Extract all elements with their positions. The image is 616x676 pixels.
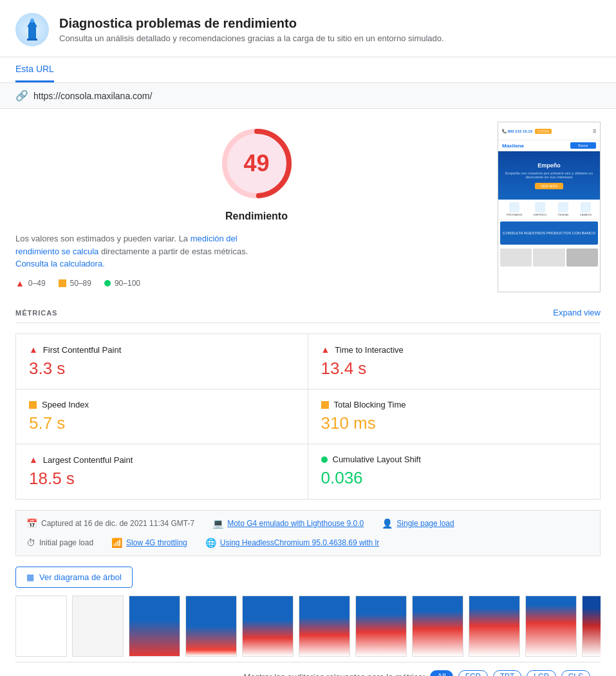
page-subtitle: Consulta un análisis detallado y recomen… <box>59 33 444 43</box>
metrics-header: MÉTRICAS Expand view <box>15 308 601 323</box>
fake-nav: 📞 800 215 15.15 COTIZA ☰ <box>498 122 600 140</box>
main-content: 49 Rendimiento Los valores son estimados… <box>0 109 616 676</box>
tree-icon: ▦ <box>26 572 34 582</box>
device-info: 💻 Moto G4 emulado with Lighthouse 9.0.0 <box>212 518 364 529</box>
thumbnail-1 <box>15 596 67 657</box>
thumbnail-5 <box>242 596 294 657</box>
circle-green-icon <box>104 280 111 286</box>
square-orange-icon-2 <box>29 401 37 409</box>
metric-tti: ▲ Time to Interactive 13.4 s <box>308 334 601 390</box>
metric-si-value: 5.7 s <box>29 413 295 433</box>
captured-info: 📅 Captured at 16 de dic. de 2021 11:34 G… <box>26 518 194 529</box>
triangle-red-icon: ▲ <box>29 344 38 355</box>
metric-lcp-header: ▲ Largest Contentful Paint <box>29 455 295 465</box>
triangle-red-icon: ▲ <box>15 278 24 288</box>
metric-fcp-value: 3.3 s <box>29 359 295 379</box>
throttling-link[interactable]: Slow 4G throttling <box>126 538 187 547</box>
throttling-info: 📶 Slow 4G throttling <box>111 538 187 548</box>
tree-diagram-button[interactable]: ▦ Ver diagrama de árbol <box>15 567 133 588</box>
triangle-red-icon-3: ▲ <box>29 455 38 465</box>
metric-fcp: ▲ First Contentful Paint 3.3 s <box>16 334 308 390</box>
score-value: 49 <box>243 150 269 177</box>
load-type-info: 👤 Single page load <box>382 518 454 529</box>
metric-tti-value: 13.4 s <box>321 359 588 379</box>
thumbnail-4 <box>185 596 237 657</box>
url-bar: 🔗 https://consola.maxilana.com/ <box>0 83 616 109</box>
thumbnail-7 <box>355 596 407 657</box>
svg-point-4 <box>30 19 34 23</box>
site-screenshot: 📞 800 215 15.15 COTIZA ☰ Maxilana Buscar… <box>498 122 601 292</box>
metric-fcp-header: ▲ First Contentful Paint <box>29 344 295 355</box>
tree-button-label: Ver diagrama de árbol <box>39 572 122 582</box>
metric-tbt-value: 310 ms <box>321 413 588 433</box>
metric-fcp-name: First Contentful Paint <box>43 345 121 355</box>
metric-tbt-name: Total Blocking Time <box>334 400 406 409</box>
device-link[interactable]: Moto G4 emulado with Lighthouse 9.0.0 <box>227 519 364 528</box>
square-orange-icon <box>59 279 66 287</box>
metric-cls-name: Cumulative Layout Shift <box>333 455 421 464</box>
filter-tbt-button[interactable]: TBT <box>493 670 522 676</box>
filter-lcp-button[interactable]: LCP <box>527 670 555 676</box>
info-bar: 📅 Captured at 16 de dic. de 2021 11:34 G… <box>15 510 601 556</box>
load-type-link[interactable]: Single page load <box>397 519 454 528</box>
thumbnail-3 <box>129 596 180 657</box>
browser-info: 🌐 Using HeadlessChromium 95.0.4638.69 wi… <box>205 538 379 548</box>
url-value: https://consola.maxilana.com/ <box>33 91 152 101</box>
thumbnail-6 <box>299 596 350 657</box>
page-header: Diagnostica problemas de rendimiento Con… <box>0 0 616 57</box>
metric-si: Speed Index 5.7 s <box>16 390 308 444</box>
calculator-link[interactable]: Consulta la calculadora. <box>15 259 105 268</box>
metric-si-header: Speed Index <box>29 400 295 409</box>
metric-tti-header: ▲ Time to Interactive <box>321 344 588 355</box>
metric-cls: Cumulative Layout Shift 0.036 <box>308 444 601 499</box>
initial-load-text: Initial page load <box>39 538 93 547</box>
metric-tbt: Total Blocking Time 310 ms <box>308 390 601 444</box>
score-label: Rendimiento <box>225 211 288 222</box>
score-legend: ▲ 0–49 50–89 90–100 <box>15 278 498 288</box>
performance-gauge: 49 <box>215 122 299 205</box>
header-text: Diagnostica problemas de rendimiento Con… <box>59 16 444 43</box>
thumbnail-8 <box>412 596 463 657</box>
page-title: Diagnostica problemas de rendimiento <box>59 16 444 31</box>
browser-link[interactable]: Using HeadlessChromium 95.0.4638.69 with… <box>220 538 379 547</box>
captured-text: Captured at 16 de dic. de 2021 11:34 GMT… <box>41 519 194 528</box>
metric-lcp-value: 18.5 s <box>29 469 295 489</box>
metrics-section: MÉTRICAS Expand view ▲ First Contentful … <box>15 308 601 500</box>
wifi-icon: 📶 <box>111 538 122 548</box>
filter-cls-button[interactable]: CLS <box>561 670 590 676</box>
timer-icon: ⏱ <box>26 538 35 548</box>
svg-rect-2 <box>28 26 36 40</box>
square-orange-icon-3 <box>321 401 329 409</box>
filter-fcp-button[interactable]: FCP <box>458 670 488 676</box>
metric-lcp: ▲ Largest Contentful Paint 18.5 s <box>16 444 308 499</box>
tab-esta-url[interactable]: Esta URL <box>15 57 54 82</box>
gauge-container: 49 Rendimiento <box>15 122 498 222</box>
metric-cls-value: 0.036 <box>321 468 588 488</box>
score-section: 49 Rendimiento Los valores son estimados… <box>15 122 601 292</box>
expand-view-button[interactable]: Expand view <box>553 308 601 317</box>
thumbnail-10 <box>525 596 577 657</box>
metrics-grid: ▲ First Contentful Paint 3.3 s ▲ Time to… <box>15 333 601 500</box>
metric-si-name: Speed Index <box>42 400 89 409</box>
filter-all-button[interactable]: All <box>430 670 453 676</box>
score-left: 49 Rendimiento Los valores son estimados… <box>15 122 498 288</box>
thumbnail-9 <box>469 596 520 657</box>
metrics-title: MÉTRICAS <box>15 309 57 317</box>
person-icon: 👤 <box>382 518 393 529</box>
legend-red: ▲ 0–49 <box>15 278 46 288</box>
audit-filter: Mostrar las auditorías relevantes para l… <box>15 662 601 676</box>
triangle-red-icon-2: ▲ <box>321 344 330 355</box>
score-description: Los valores son estimados y pueden varia… <box>15 232 260 270</box>
info-row-1: 📅 Captured at 16 de dic. de 2021 11:34 G… <box>26 518 590 529</box>
device-icon: 💻 <box>212 518 223 529</box>
metric-tbt-header: Total Blocking Time <box>321 400 588 409</box>
metric-tti-name: Time to Interactive <box>335 345 403 355</box>
svg-rect-3 <box>27 39 37 41</box>
thumbnail-2 <box>72 596 124 657</box>
initial-load-info: ⏱ Initial page load <box>26 538 93 548</box>
browser-icon: 🌐 <box>205 538 216 548</box>
info-row-2: ⏱ Initial page load 📶 Slow 4G throttling… <box>26 538 590 548</box>
calendar-icon: 📅 <box>26 518 37 529</box>
circle-green-icon-2 <box>321 456 328 463</box>
link-icon: 🔗 <box>15 89 28 102</box>
